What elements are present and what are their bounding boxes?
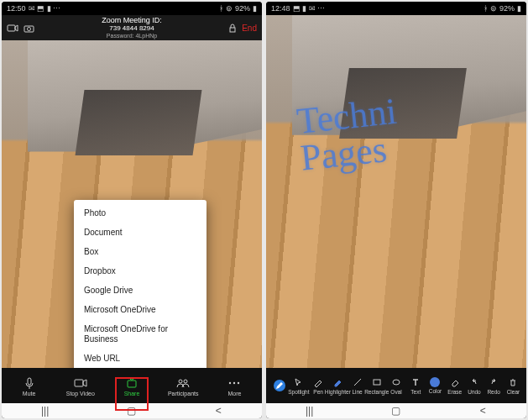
svg-rect-12 [374, 380, 380, 385]
stop-video-button[interactable]: Stop Video [55, 377, 106, 396]
more-label: More [227, 391, 241, 396]
undo-icon [468, 376, 480, 388]
spotlight-button[interactable]: Spotlight [289, 376, 308, 395]
text-button[interactable]: Text [406, 376, 426, 395]
nav-back[interactable]: < [212, 405, 224, 417]
share-option-box[interactable]: Box [74, 242, 206, 261]
line-icon [352, 376, 363, 388]
share-option-web-url[interactable]: Web URL [74, 349, 206, 368]
svg-point-9 [229, 381, 231, 383]
battery-pct: 92% [235, 4, 250, 13]
annotation-area[interactable]: Techni Pages [266, 15, 526, 368]
pencil-fab-button[interactable] [269, 380, 289, 391]
share-menu: Photo Document Box Dropbox Google Drive … [74, 200, 206, 368]
zoom-header: Zoom Meeting ID: 739 4844 8294 Password:… [2, 15, 262, 40]
share-label: Share [124, 391, 140, 396]
status-icons-left: ✉ ⬒ ▮ ⋯ [29, 4, 61, 13]
oval-icon [390, 376, 402, 388]
zoom-footer: Mute Stop Video Share Participants More [2, 368, 262, 403]
participants-button[interactable]: Participants [158, 377, 209, 396]
camera-icon[interactable] [24, 24, 34, 33]
share-option-document[interactable]: Document [74, 223, 206, 242]
svg-point-7 [179, 380, 182, 383]
meeting-password: Password: 4LpHNp [102, 33, 162, 39]
line-label: Line [352, 389, 362, 395]
share-option-onedrive[interactable]: Microsoft OneDrive [74, 300, 206, 319]
more-icon [227, 377, 241, 389]
share-option-onedrive-business[interactable]: Microsoft OneDrive for Business [74, 319, 206, 349]
spotlight-icon [293, 376, 305, 388]
video-background [266, 15, 526, 368]
camera-switch-icon[interactable] [7, 24, 18, 33]
end-button[interactable]: End [242, 24, 257, 33]
status-bar: 12:50 ✉ ⬒ ▮ ⋯ ᚼ ⊚ 92% ▮ [2, 2, 262, 15]
text-icon [410, 376, 421, 388]
rectangle-button[interactable]: Rectangle [367, 376, 386, 395]
lock-icon [228, 24, 237, 33]
svg-rect-5 [75, 380, 83, 386]
oval-label: Oval [390, 389, 401, 395]
video-icon [74, 377, 87, 389]
pen-label: Pen [313, 389, 323, 395]
meeting-id: 739 4844 8294 [102, 25, 162, 33]
status-icons-left: ⬒ ▮ ✉ ⋯ [293, 4, 326, 13]
highlight-button[interactable]: Highlighter [328, 376, 348, 395]
mic-icon [23, 377, 36, 389]
battery-pct: 92% [499, 4, 515, 13]
svg-point-8 [184, 380, 187, 383]
share-option-dropbox[interactable]: Dropbox [74, 261, 206, 281]
redo-button[interactable]: Redo [484, 376, 504, 395]
svg-point-13 [393, 380, 400, 385]
participants-label: Participants [168, 391, 199, 396]
undo-button[interactable]: Undo [464, 376, 484, 395]
annotation-toolbar: Spotlight Pen Highlighter Line Rectangle… [266, 368, 526, 403]
clear-label: Clear [507, 389, 520, 395]
nav-recent[interactable]: ||| [39, 405, 51, 417]
erase-icon [449, 376, 461, 388]
erase-label: Erase [447, 389, 462, 395]
wifi-icon: ⊚ [490, 4, 497, 13]
text-label: Text [410, 389, 421, 395]
status-bar: 12:48 ⬒ ▮ ✉ ⋯ ᚼ ⊚ 92% ▮ [266, 2, 526, 15]
nav-home[interactable]: ▢ [126, 405, 138, 417]
battery-icon: ▮ [253, 4, 257, 13]
bluetooth-icon: ᚼ [484, 4, 488, 13]
mute-button[interactable]: Mute [3, 377, 55, 396]
svg-rect-6 [128, 381, 136, 387]
status-time: 12:48 [271, 4, 290, 13]
pencil-icon [274, 380, 285, 391]
spotlight-label: Spotlight [288, 389, 309, 395]
svg-point-10 [233, 381, 235, 383]
highlight-icon [332, 376, 343, 388]
share-icon [125, 377, 139, 389]
share-button[interactable]: Share [106, 377, 157, 396]
share-option-google-drive[interactable]: Google Drive [74, 281, 206, 300]
color-swatch-icon [430, 377, 440, 387]
participants-icon [176, 377, 190, 389]
stop-video-label: Stop Video [66, 391, 95, 396]
battery-icon: ▮ [517, 4, 521, 13]
nav-back[interactable]: < [477, 405, 489, 417]
nav-recent[interactable]: ||| [304, 405, 316, 417]
phone-left: 12:50 ✉ ⬒ ▮ ⋯ ᚼ ⊚ 92% ▮ Zoom Meeting ID:… [2, 2, 262, 418]
android-navbar: ||| ▢ < [266, 403, 526, 418]
share-option-photo[interactable]: Photo [74, 203, 206, 223]
more-button[interactable]: More [209, 377, 260, 396]
color-label: Color [429, 388, 442, 394]
svg-rect-3 [230, 28, 235, 32]
trash-icon [507, 376, 519, 388]
bluetooth-icon: ᚼ [219, 4, 223, 13]
erase-button[interactable]: Erase [445, 376, 464, 395]
clear-button[interactable]: Clear [504, 376, 523, 395]
rectangle-icon [371, 376, 383, 388]
rectangle-label: Rectangle [364, 389, 389, 395]
nav-home[interactable]: ▢ [390, 405, 402, 417]
mute-label: Mute [23, 391, 36, 396]
android-navbar: ||| ▢ < [2, 403, 262, 418]
pen-icon [312, 376, 324, 388]
color-button[interactable]: Color [426, 377, 445, 394]
svg-point-2 [28, 27, 31, 30]
redo-label: Redo [487, 389, 500, 395]
phone-right: 12:48 ⬒ ▮ ✉ ⋯ ᚼ ⊚ 92% ▮ Techni Pages Spo… [266, 2, 526, 418]
oval-button[interactable]: Oval [386, 376, 405, 395]
